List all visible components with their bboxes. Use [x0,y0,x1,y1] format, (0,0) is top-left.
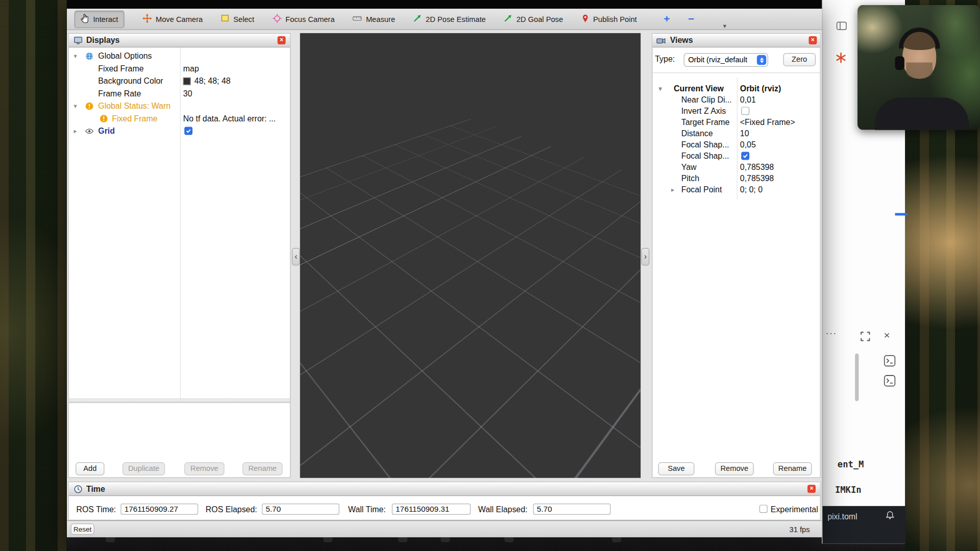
tree-row-fixed-frame-warn[interactable]: Fixed Frame No tf data. Actual error: ..… [69,112,290,124]
select-icon [221,14,230,24]
rviz-statusbar: Reset 31 fps [67,520,822,537]
ros-time-input[interactable]: 1761150909.27 [120,504,198,515]
chevron-right-icon[interactable]: ▸ [74,125,77,137]
pixi-logo-icon[interactable] [836,53,846,66]
toolbar-overflow-chevron-icon[interactable]: ▾ [723,22,726,29]
property-value: Orbit (rviz) [740,83,781,95]
ros-elapsed-input[interactable]: 5.70 [262,504,339,515]
rename-view-button[interactable]: Rename [773,462,812,475]
tree-row-background-color[interactable]: Background Color 48; 48; 48 [69,75,290,87]
tree-row-fixed-frame[interactable]: Fixed Frame map [69,62,290,74]
tree-row-yaw[interactable]: Yaw 0,785398 [652,161,820,173]
wall-time-input[interactable]: 1761150909.31 [392,504,471,515]
tree-row-distance[interactable]: Distance 10 [652,128,820,140]
property-value[interactable]: 0,01 [740,94,756,106]
panel-splitter[interactable] [69,398,290,403]
wall-elapsed-input[interactable]: 5.70 [533,504,610,515]
fullscreen-icon[interactable] [860,331,871,344]
tool-move-camera[interactable]: Move Camera [142,13,203,24]
more-options-icon[interactable]: ··· [826,328,837,338]
tool-2d-pose-estimate[interactable]: 2D Pose Estimate [413,14,486,24]
property-value[interactable]: 48; 48; 48 [194,75,231,87]
view-type-dropdown[interactable]: Orbit (rviz_default [684,53,768,67]
close-panel-button[interactable]: × [808,36,817,44]
tree-row-frame-rate[interactable]: Frame Rate 30 [69,87,290,99]
duplicate-button[interactable]: Duplicate [122,462,165,475]
displays-panel-header[interactable]: Displays × [69,34,290,47]
window-titlebar[interactable] [67,0,822,9]
property-value[interactable]: 10 [740,128,749,140]
property-value[interactable]: 0,05 [740,139,756,151]
tree-row-current-view[interactable]: ▾ Current View Orbit (rviz) [652,83,820,95]
property-value[interactable]: 0,785398 [740,172,774,185]
tool-measure[interactable]: Measure [353,13,395,24]
property-label: Fixed Frame [112,112,157,124]
terminal-icon[interactable] [884,375,895,387]
focal-shape-checkbox[interactable] [741,152,749,160]
sidebar-toggle-icon[interactable] [836,21,847,33]
remove-tool-button[interactable]: − [688,13,694,25]
collapse-right-panel-button[interactable]: › [641,248,649,265]
editor-scrollbar[interactable] [855,354,859,401]
editor-text-line: ent_M [838,459,864,469]
tree-row-target-frame[interactable]: Target Frame <Fixed Frame> [652,116,820,129]
property-value[interactable]: 30 [183,87,192,99]
tree-row-invert-z[interactable]: Invert Z Axis [652,105,820,117]
tool-select[interactable]: Select [221,14,254,24]
property-label: Background Color [98,75,163,87]
time-panel-header[interactable]: Time × [69,482,820,496]
person-beard [906,62,933,79]
tool-label: Move Camera [156,15,203,23]
tree-row-focal-shape-fixed[interactable]: Focal Shap... [652,150,820,162]
property-value[interactable]: <Fixed Frame> [740,116,795,129]
close-panel-button[interactable]: × [807,485,816,493]
add-button[interactable]: Add [76,462,104,475]
tree-row-focal-shape-size[interactable]: Focal Shap... 0,05 [652,139,820,151]
tool-label: Measure [366,15,395,23]
wall-time-label: Wall Time: [348,505,386,514]
tree-row-grid[interactable]: ▸ Grid [69,125,290,137]
chevron-down-icon[interactable]: ▾ [659,83,662,95]
tool-focus-camera[interactable]: Focus Camera [273,13,335,24]
collapse-left-panel-button[interactable]: ‹ [292,248,300,265]
tree-row-global-options[interactable]: ▾ Global Options [69,50,290,62]
tree-row-pitch[interactable]: Pitch 0,785398 [652,172,820,185]
color-swatch[interactable] [183,78,191,85]
tool-label: Interact [93,15,118,23]
grid-enabled-checkbox[interactable] [184,127,192,135]
tree-row-near-clip[interactable]: Near Clip Di... 0,01 [652,94,820,106]
property-label: Fixed Frame [98,62,143,74]
remove-view-button[interactable]: Remove [715,462,754,475]
close-icon[interactable]: × [884,329,890,341]
rename-button[interactable]: Rename [242,462,282,475]
close-panel-button[interactable]: × [278,36,286,44]
property-value[interactable]: map [183,62,199,74]
tree-row-global-status[interactable]: ▾ Global Status: Warn [69,100,290,112]
3d-viewport[interactable] [300,33,641,478]
bell-icon[interactable] [885,510,895,522]
tree-row-focal-point[interactable]: ▸ Focal Point 0; 0; 0 [652,184,820,196]
chevron-down-icon[interactable]: ▾ [74,100,77,112]
webcam-overlay [857,5,980,130]
terminal-icon[interactable] [884,355,895,367]
reset-button[interactable]: Reset [70,523,94,535]
zero-button[interactable]: Zero [783,53,816,66]
panel-title: Time [86,484,105,493]
save-view-button[interactable]: Save [658,462,694,475]
tool-2d-goal-pose[interactable]: 2D Goal Pose [504,14,563,24]
chevron-right-icon[interactable]: ▸ [671,184,674,196]
remove-button[interactable]: Remove [184,462,224,475]
tool-publish-point[interactable]: Publish Point [581,13,637,24]
property-value[interactable]: 0,785398 [740,161,774,173]
tool-interact[interactable]: Interact [75,10,125,28]
statusbar-filename[interactable]: pixi.toml [827,512,857,521]
time-panel: Time × ROS Time: 1761150909.27 ROS Elaps… [68,482,820,520]
chevron-down-icon[interactable]: ▾ [74,50,77,62]
views-panel-header[interactable]: Views × [652,34,820,47]
add-tool-button[interactable]: + [664,13,670,25]
displays-icon [74,36,82,47]
views-panel: Views × Type: Orbit (rviz_default Zero ▾… [652,33,821,478]
invert-z-checkbox[interactable] [741,107,749,115]
property-value[interactable]: 0; 0; 0 [740,184,763,196]
experimental-checkbox[interactable] [760,505,768,513]
